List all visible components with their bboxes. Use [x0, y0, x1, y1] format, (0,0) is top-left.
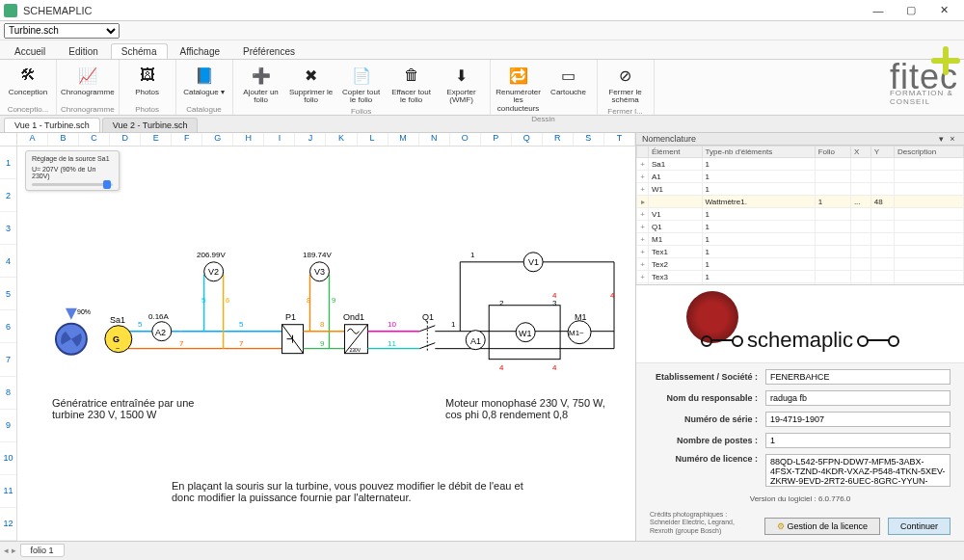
ribbon-icon: 🛠 — [16, 64, 40, 87]
voltage-v3: 189.74V — [303, 251, 332, 259]
table-row[interactable]: +Q11 — [637, 221, 964, 233]
label-g: G — [113, 334, 120, 344]
ribbon-cartouche[interactable]: ▭Cartouche — [545, 62, 593, 115]
text-motor: Moteur monophasé 230 V, 750 W, cos phi 0… — [445, 397, 619, 420]
label-a2: A2 — [155, 328, 166, 337]
file-selector[interactable]: Turbine.sch — [4, 23, 120, 39]
ribbon-icon: ✖ — [300, 64, 323, 87]
canvas-area: ABCDEFGHIJKLMNOPQRST 123456789101112 Rég… — [0, 133, 636, 541]
table-row[interactable]: +A11 — [637, 171, 964, 183]
ribbon-icon: ▭ — [557, 64, 580, 87]
maximize-button[interactable]: ▢ — [895, 0, 927, 21]
etablissement-field[interactable] — [765, 369, 951, 385]
label-v1: V1 — [528, 257, 539, 267]
doctab-1[interactable]: Vue 1 - Turbine.sch — [4, 118, 100, 132]
ribbon-icon: 📘 — [193, 64, 216, 87]
ribbon-copier-tout-le-folio[interactable]: 📄Copier tout le folio — [337, 62, 386, 107]
product-logo-area: schemaplic — [636, 285, 964, 363]
wax-seal-icon — [686, 291, 738, 343]
table-row[interactable]: +V11 — [637, 208, 964, 221]
close-button[interactable]: ✕ — [927, 0, 960, 21]
label-ond1: Ond1 — [343, 312, 364, 322]
tab-schema[interactable]: Schéma — [111, 43, 168, 59]
licence-button[interactable]: ⚙ Gestion de la licence — [764, 518, 880, 535]
ribbon-conception[interactable]: 🛠Conception — [4, 62, 52, 98]
label-sa1: Sa1 — [110, 315, 125, 325]
ribbon-icon: 📄 — [350, 64, 373, 87]
licence-field[interactable]: 88QD-L542-5FPN-DDW7-MFM5-3ABX-4FSX-TZND-… — [765, 454, 951, 487]
postes-field[interactable] — [765, 433, 951, 448]
nomenclature-grid[interactable]: Élément Type-nb d'éléments Folio X Y Des… — [636, 146, 964, 284]
label-m1: M1 — [575, 312, 587, 322]
ribbon-icon: 🗑 — [400, 64, 423, 87]
label-v3: V3 — [314, 267, 325, 277]
schematic-canvas[interactable]: Réglage de la source Sa1 U= 207V (90% de… — [17, 147, 635, 541]
brand-logo: fitec FORMATION & CONSEIL — [890, 42, 958, 112]
table-row[interactable]: +W11 — [637, 183, 964, 196]
app-icon — [4, 4, 17, 17]
tab-affichage[interactable]: Affichage — [170, 43, 231, 59]
ribbon-icon: 🔁 — [507, 64, 530, 87]
ribbon-renum-roter-les-conducteurs[interactable]: 🔁Renuméroter les conducteurs — [495, 62, 543, 115]
version-label: Version du logiciel : 6.0.776.0 — [650, 494, 951, 503]
table-row[interactable]: +Sa11 — [637, 158, 964, 171]
ribbon-effacer-tout-le-folio[interactable]: 🗑Effacer tout le folio — [388, 62, 436, 107]
label-q1: Q1 — [422, 312, 434, 322]
voltage-v2: 206.99V — [197, 251, 226, 259]
ribbon-icon: ➕ — [250, 64, 273, 87]
table-row[interactable]: +Tex31 — [637, 271, 964, 283]
text-hint: En plaçant la souris sur la turbine, vou… — [172, 480, 538, 503]
ribbon-icon: 🖼 — [136, 64, 159, 87]
product-logo: schemaplic — [747, 328, 853, 353]
table-row[interactable]: +Tex21 — [637, 258, 964, 271]
folio-tab[interactable]: folio 1 — [20, 544, 65, 557]
table-row[interactable]: +M11 — [637, 233, 964, 246]
continue-button[interactable]: Continuer — [888, 518, 951, 535]
label-v2: V2 — [208, 267, 219, 277]
ribbon-chronogramme[interactable]: 📈Chronogramme — [64, 62, 112, 98]
label-a1: A1 — [470, 336, 481, 346]
svg-text:230V: 230V — [349, 347, 361, 353]
ribbon-ajouter-un-folio[interactable]: ➕Ajouter un folio — [237, 62, 285, 107]
panel-pin-icon[interactable]: ▾ — [935, 134, 947, 144]
label-m1-sym: M1~ — [569, 329, 584, 337]
ribbon-icon: ⬇ — [450, 64, 473, 87]
minimize-button[interactable]: — — [862, 0, 895, 21]
table-row[interactable]: +Tex11 — [637, 246, 964, 258]
panel-close-icon[interactable]: × — [947, 134, 958, 144]
label-turbine-pct: 90% — [77, 308, 91, 315]
document-tabs: Vue 1 - Turbine.sch Vue 2 - Turbine.sch — [0, 116, 964, 133]
main-area: ABCDEFGHIJKLMNOPQRST 123456789101112 Rég… — [0, 133, 964, 541]
label-w1: W1 — [519, 329, 532, 338]
window-title: SCHEMAPLIC — [23, 5, 93, 16]
svg-point-33 — [56, 324, 87, 355]
credits: Crédits photographiques : Schneider Elec… — [650, 511, 755, 535]
ribbon-fermer-le-sch-ma[interactable]: ⊘Fermer le schéma — [602, 62, 650, 107]
text-generator: Génératrice entraînée par une turbine 23… — [52, 397, 216, 420]
tab-accueil[interactable]: Accueil — [4, 43, 56, 59]
serie-field[interactable] — [765, 412, 951, 427]
table-row[interactable]: ▸Wattmètre1.1...48 — [637, 196, 964, 208]
doctab-2[interactable]: Vue 2 - Turbine.sch — [102, 118, 199, 132]
row-headers: 123456789101112 — [0, 147, 17, 541]
ribbon-catalogue-[interactable]: 📘Catalogue ▾ — [180, 62, 228, 98]
tab-edition[interactable]: Edition — [58, 43, 109, 59]
column-headers: ABCDEFGHIJKLMNOPQRST — [0, 133, 635, 147]
menu-tabs: Accueil Edition Schéma Affichage Préfére… — [0, 40, 964, 60]
ribbon-icon: 📈 — [76, 64, 99, 87]
responsable-field[interactable] — [765, 390, 951, 406]
label-p1: P1 — [285, 312, 296, 322]
licence-form: Etablissement / Société : Nom du respons… — [636, 363, 964, 541]
title-bar: SCHEMAPLIC — ▢ ✕ — [0, 0, 964, 21]
ribbon-exporter-wmf-[interactable]: ⬇Exporter (WMF) — [438, 62, 486, 107]
right-panel: Nomenclature ▾ × Élément Type-nb d'éléme… — [636, 133, 964, 541]
ribbon-icon: ⊘ — [614, 64, 637, 87]
bottom-bar: ◂ ▸ folio 1 — [0, 541, 964, 558]
ribbon-photos[interactable]: 🖼Photos — [123, 62, 172, 98]
file-row: Turbine.sch — [0, 21, 964, 40]
tab-preferences[interactable]: Préférences — [232, 43, 306, 59]
ribbon: 🛠ConceptionConceptio...📈ChronogrammeChro… — [0, 60, 964, 116]
nomenclature-header: Nomenclature ▾ × — [636, 133, 964, 146]
label-a2-val: 0.16A — [148, 312, 169, 321]
ribbon-supprimer-le-folio[interactable]: ✖Supprimer le folio — [287, 62, 335, 107]
